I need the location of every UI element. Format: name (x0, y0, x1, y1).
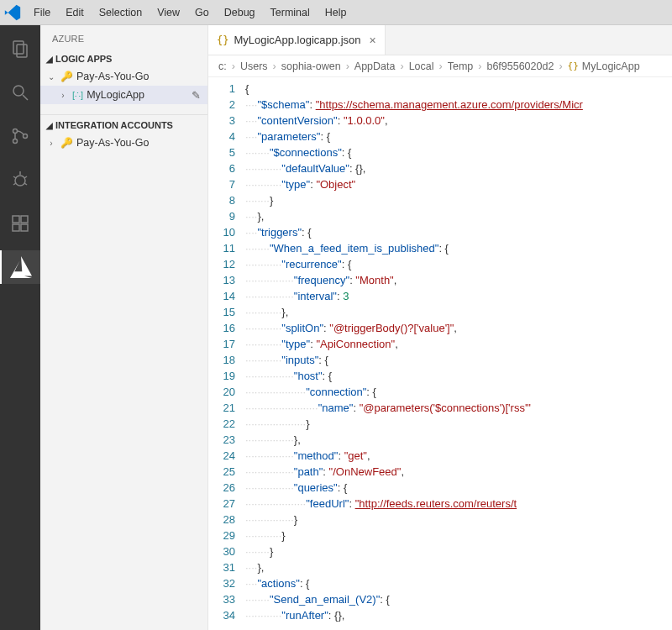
chevron-right-icon: › (232, 60, 235, 72)
chevron-right-icon: › (400, 60, 403, 72)
crumb[interactable]: b6f9556020d2 (486, 60, 554, 72)
sidebar-title: AZURE (40, 25, 207, 50)
crumb[interactable]: MyLogicApp (582, 60, 640, 72)
svg-line-12 (24, 183, 27, 185)
section-integration-accounts[interactable]: ◢ INTEGRATION ACCOUNTS (40, 114, 207, 132)
json-file-icon: {} (568, 60, 579, 71)
azure-icon[interactable] (0, 250, 40, 284)
menu-edit[interactable]: Edit (59, 3, 91, 22)
chevron-right-icon: › (273, 60, 276, 72)
svg-rect-1 (17, 45, 27, 57)
chevron-right-icon: › (559, 60, 562, 72)
chevron-right-icon: › (45, 139, 57, 148)
chevron-right-icon: › (439, 60, 443, 72)
logic-app-icon: [∴] (72, 90, 83, 101)
subscription-row[interactable]: › 🔑 Pay-As-You-Go (40, 134, 207, 152)
code-editor[interactable]: 1234567891011121314151617181920212223242… (208, 77, 672, 630)
menu-go[interactable]: Go (188, 3, 216, 22)
subscription-row[interactable]: ⌄ 🔑 Pay-As-You-Go (40, 67, 207, 86)
json-file-icon: {} (217, 34, 228, 46)
svg-rect-15 (21, 224, 28, 231)
svg-point-7 (15, 176, 25, 186)
debug-icon[interactable] (0, 163, 40, 197)
svg-line-10 (24, 176, 27, 178)
chevron-down-icon: ◢ (44, 121, 55, 130)
svg-point-4 (13, 129, 18, 134)
svg-line-3 (23, 95, 28, 100)
svg-rect-14 (13, 224, 19, 231)
tab-bar: {} MyLogicApp.logicapp.json × (208, 25, 672, 55)
search-icon[interactable] (0, 76, 40, 109)
crumb[interactable]: AppData (354, 60, 396, 72)
code-lines[interactable]: {····"$schema": "https://schema.manageme… (245, 77, 672, 630)
menu-debug[interactable]: Debug (218, 3, 262, 22)
svg-point-5 (13, 139, 18, 144)
explorer-icon[interactable] (0, 32, 40, 66)
chevron-down-icon: ⌄ (45, 72, 57, 81)
crumb[interactable]: c: (218, 60, 227, 72)
svg-line-11 (13, 183, 16, 185)
chevron-right-icon: › (478, 60, 481, 72)
menu-selection[interactable]: Selection (92, 3, 149, 22)
sidebar: AZURE ◢ LOGIC APPS ⌄ 🔑 Pay-As-You-Go › [… (40, 25, 208, 630)
crumb[interactable]: sophia-owen (281, 60, 341, 72)
line-number-gutter: 1234567891011121314151617181920212223242… (208, 77, 245, 630)
menu-file[interactable]: File (27, 3, 57, 22)
tab-label: MyLogicApp.logicapp.json (234, 34, 360, 46)
pencil-icon[interactable]: ✎ (192, 89, 201, 102)
source-control-icon[interactable] (0, 119, 40, 153)
svg-point-6 (24, 134, 28, 139)
logic-apps-tree: ⌄ 🔑 Pay-As-You-Go › [∴] MyLogicApp ✎ (40, 66, 207, 106)
svg-rect-0 (13, 41, 24, 54)
integration-tree: › 🔑 Pay-As-You-Go (40, 132, 207, 154)
section-label: INTEGRATION ACCOUNTS (55, 120, 173, 130)
chevron-down-icon: ◢ (44, 55, 55, 64)
editor-group: {} MyLogicApp.logicapp.json × c:› Users›… (208, 25, 672, 630)
svg-rect-16 (21, 216, 28, 223)
menu-help[interactable]: Help (318, 3, 354, 22)
crumb[interactable]: Local (409, 60, 434, 72)
subscription-label: Pay-As-You-Go (76, 71, 149, 82)
tab-logicapp-json[interactable]: {} MyLogicApp.logicapp.json × (208, 25, 386, 55)
section-label: LOGIC APPS (55, 54, 112, 64)
vscode-logo-icon (3, 3, 22, 22)
chevron-right-icon: › (346, 60, 349, 72)
crumb[interactable]: Users (240, 60, 268, 72)
chevron-right-icon: › (57, 91, 69, 100)
main-area: AZURE ◢ LOGIC APPS ⌄ 🔑 Pay-As-You-Go › [… (0, 25, 672, 630)
activity-bar (0, 25, 40, 630)
logic-app-row[interactable]: › [∴] MyLogicApp ✎ (40, 86, 207, 104)
key-icon: 🔑 (60, 71, 73, 82)
key-icon: 🔑 (60, 137, 73, 149)
logic-app-label: MyLogicApp (87, 89, 144, 101)
section-logic-apps[interactable]: ◢ LOGIC APPS (40, 50, 207, 66)
crumb[interactable]: Temp (448, 60, 474, 72)
svg-line-9 (13, 176, 16, 178)
menu-terminal[interactable]: Terminal (264, 3, 317, 22)
menu-view[interactable]: View (150, 3, 186, 22)
subscription-label: Pay-As-You-Go (76, 137, 149, 149)
svg-point-2 (13, 86, 24, 96)
extensions-icon[interactable] (0, 207, 40, 240)
breadcrumb[interactable]: c:› Users› sophia-owen› AppData› Local› … (208, 55, 672, 77)
svg-rect-13 (13, 216, 19, 223)
menubar: File Edit Selection View Go Debug Termin… (0, 0, 672, 25)
close-icon[interactable]: × (370, 34, 376, 47)
